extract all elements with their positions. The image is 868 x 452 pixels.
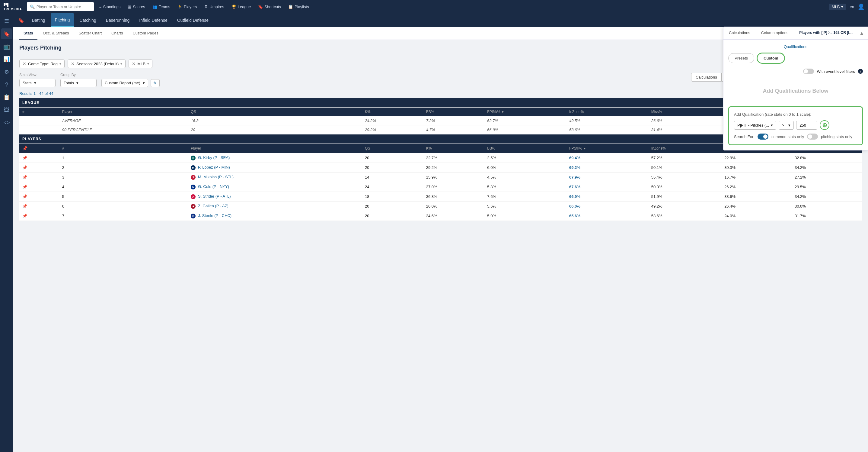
sidebar-image-icon[interactable]: 🖼 xyxy=(1,105,12,115)
tab-scatter-chart[interactable]: Scatter Chart xyxy=(74,27,106,39)
presets-button[interactable]: Presets xyxy=(728,53,754,63)
event-level-toggle[interactable] xyxy=(803,68,814,74)
subnav-outfield-defense[interactable]: Outfield Defense xyxy=(173,13,213,27)
sidebar-settings-icon[interactable]: ⚙ xyxy=(1,66,12,77)
inzone-cell: 57.2% xyxy=(648,153,721,163)
qual-stat-chevron: ▾ xyxy=(771,123,773,128)
sidebar-chart-icon[interactable]: 📊 xyxy=(1,54,12,65)
sidebar-menu-icon[interactable]: ☰ xyxy=(1,16,12,27)
sidebar-code-icon[interactable]: <> xyxy=(1,117,12,128)
panel-collapse-button[interactable]: ▲ xyxy=(859,30,864,36)
qual-stat-select[interactable]: P|PIT - Pitches (... ▾ xyxy=(734,121,776,130)
panel-tab-calculations[interactable]: Calculations xyxy=(723,27,756,39)
stats-view-group: Stats View: Stats ▾ xyxy=(19,73,56,87)
nav-scores[interactable]: ▦ Scores xyxy=(125,3,148,10)
filter-mlb[interactable]: ✕ MLB ▾ xyxy=(129,59,152,68)
pin-cell[interactable]: 📌 xyxy=(19,201,59,211)
player-name[interactable]: Z. Gallen (P - AZ) xyxy=(198,204,228,208)
player-name-cell[interactable]: S G. Kirby (P - SEA) xyxy=(188,153,362,163)
nav-shortcuts[interactable]: 🔖 Shortcuts xyxy=(255,3,284,10)
player-name[interactable]: M. Mikolas (P - STL) xyxy=(198,175,234,179)
group-by-select[interactable]: Totals ▾ xyxy=(60,79,97,87)
chase-cell: 30.0% xyxy=(792,201,862,211)
pin-cell[interactable]: 📌 xyxy=(19,182,59,192)
miss-cell: 38.6% xyxy=(721,192,792,201)
stats-view-value: Stats xyxy=(23,81,32,85)
player-name-cell[interactable]: N G. Cole (P - NYY) xyxy=(188,182,362,192)
filter-seasons[interactable]: ✕ Seasons: 2023 (Default) ▾ xyxy=(68,59,126,68)
subnav-baserunning[interactable]: Baserunning xyxy=(102,13,134,27)
player-name[interactable]: J. Steele (P - CHC) xyxy=(198,213,231,218)
qual-add-button[interactable]: ⊕ xyxy=(820,120,829,130)
subnav-bookmark[interactable]: 🔖 xyxy=(18,18,24,23)
bb-cell: 6.0% xyxy=(484,163,566,172)
player-name-cell[interactable]: C J. Steele (P - CHC) xyxy=(188,211,362,221)
search-input[interactable] xyxy=(36,4,91,9)
nav-standings[interactable]: ≡ Standings xyxy=(96,3,123,10)
nav-players[interactable]: 🏃 Players xyxy=(175,3,200,10)
player-name-cell[interactable]: S M. Mikolas (P - STL) xyxy=(188,172,362,182)
filter-mlb-chevron: ▾ xyxy=(147,62,149,66)
tab-occ-streaks[interactable]: Occ. & Streaks xyxy=(39,27,73,39)
event-level-info-icon[interactable]: i xyxy=(858,69,863,74)
global-search[interactable]: 🔍 xyxy=(27,2,94,11)
pin-cell[interactable]: 📌 xyxy=(19,153,59,163)
filter-mlb-close[interactable]: ✕ xyxy=(132,61,135,66)
scores-icon: ▦ xyxy=(128,4,131,9)
edit-report-button[interactable]: ✎ xyxy=(151,79,160,87)
qualifications-link[interactable]: Qualifications xyxy=(728,45,863,49)
player-name-cell[interactable]: A S. Strider (P - ATL) xyxy=(188,192,362,201)
rank-cell: 2 xyxy=(59,163,188,172)
subnav-catching[interactable]: Catching xyxy=(75,13,100,27)
stats-view-select[interactable]: Stats ▾ xyxy=(19,79,56,87)
col-fpstk[interactable]: FPStk% ▼ xyxy=(484,108,566,116)
player-name[interactable]: P. López (P - MIN) xyxy=(198,165,230,169)
pin-cell[interactable]: 📌 xyxy=(19,172,59,182)
panel-tab-qualification[interactable]: Players with [IP] >= 162 OR [IP] >= team… xyxy=(794,27,860,39)
qual-value-input[interactable] xyxy=(796,121,817,130)
tab-charts[interactable]: Charts xyxy=(107,27,127,39)
col-qs: QS xyxy=(188,108,362,116)
nav-playlists[interactable]: 📋 Playlists xyxy=(285,3,312,10)
chase-cell: 34.2% xyxy=(792,192,862,201)
player-name-cell[interactable]: A Z. Gallen (P - AZ) xyxy=(188,201,362,211)
sidebar-list-icon[interactable]: 📋 xyxy=(1,92,12,103)
player-name[interactable]: G. Cole (P - NYY) xyxy=(198,184,229,189)
pin-cell[interactable]: 📌 xyxy=(19,192,59,201)
subnav-batting[interactable]: Batting xyxy=(28,13,50,27)
subnav-infield-defense[interactable]: Infield Defense xyxy=(135,13,172,27)
sidebar-bookmark-icon[interactable]: 🔖 xyxy=(1,28,12,39)
players-fp-col[interactable]: FPStk% ▼ xyxy=(566,144,648,153)
filter-seasons-label: Seasons: 2023 (Default) xyxy=(76,62,119,66)
pin-cell[interactable]: 📌 xyxy=(19,163,59,172)
panel-tab-column-options[interactable]: Column options xyxy=(756,27,794,39)
player-name[interactable]: S. Strider (P - ATL) xyxy=(198,194,231,198)
subnav-pitching[interactable]: Pitching xyxy=(51,13,74,27)
nav-league[interactable]: 🏆 League xyxy=(228,3,254,10)
custom-report-select[interactable]: Custom Report (me) ▾ xyxy=(101,79,148,87)
user-icon[interactable]: 👤 xyxy=(858,3,864,10)
custom-button[interactable]: Custom xyxy=(756,53,785,64)
lang-selector[interactable]: en xyxy=(850,4,854,9)
nav-teams[interactable]: 👥 Teams xyxy=(149,3,173,10)
filter-gametype-close[interactable]: ✕ xyxy=(23,61,26,66)
tab-custom-pages[interactable]: Custom Pages xyxy=(128,27,162,39)
filter-seasons-close[interactable]: ✕ xyxy=(71,61,74,66)
player-name-cell[interactable]: M P. López (P - MIN) xyxy=(188,163,362,172)
pin-cell[interactable]: 📌 xyxy=(19,211,59,221)
sidebar-video-icon[interactable]: 📺 xyxy=(1,41,12,52)
pitching-stats-toggle[interactable] xyxy=(807,134,818,140)
tab-stats[interactable]: Stats xyxy=(19,27,37,39)
inzone-cell: 50.1% xyxy=(648,163,721,172)
nav-umpires[interactable]: 🎖 Umpires xyxy=(201,3,227,10)
inzone-cell: 51.9% xyxy=(648,192,721,201)
sidebar-help-icon[interactable]: ? xyxy=(1,79,12,90)
common-stats-toggle[interactable] xyxy=(757,134,768,140)
rank-cell: 3 xyxy=(59,172,188,182)
filter-game-type[interactable]: ✕ Game Type: Reg ▾ xyxy=(19,59,65,68)
qual-op-select[interactable]: >= ▾ xyxy=(779,121,794,130)
results-count: Results 1 - 44 of 44 xyxy=(19,91,54,96)
player-name[interactable]: G. Kirby (P - SEA) xyxy=(198,155,230,160)
calculations-button[interactable]: Calculations xyxy=(691,73,722,82)
league-selector[interactable]: MLB ▾ xyxy=(829,4,846,10)
